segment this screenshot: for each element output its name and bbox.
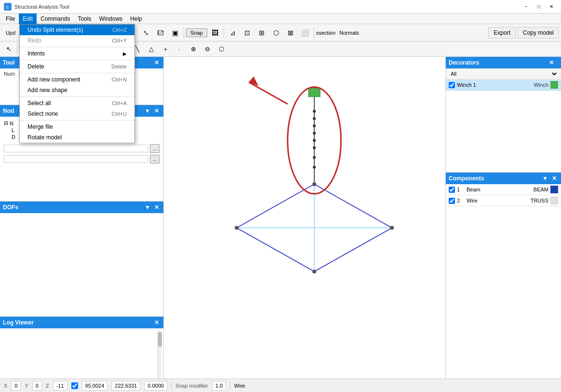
t2-chain-icon[interactable]: ⬡: [214, 43, 228, 55]
dropdown-undo[interactable]: Undo Split element(s) Ctrl+Z: [20, 25, 134, 35]
decorator-item-checkbox-winch1[interactable]: [449, 82, 455, 88]
status-snap-value: 1.0: [215, 383, 223, 389]
tree-label-d: D: [12, 134, 15, 140]
nodes-header-buttons: ▼ ✕: [143, 108, 160, 114]
menu-edit[interactable]: Edit: [19, 14, 37, 24]
t2-plus-icon[interactable]: ＋: [159, 43, 172, 55]
decorators-close-btn[interactable]: ✕: [548, 59, 555, 66]
dropdown-merge-file[interactable]: Merge file: [20, 122, 134, 132]
tools-panel-title: Tool: [3, 59, 14, 66]
toolbar-side-icon[interactable]: ⊡: [240, 26, 254, 40]
svg-point-24: [312, 270, 316, 273]
nodes-dropdown-btn[interactable]: ▼: [143, 108, 152, 114]
nodes-close-btn[interactable]: ✕: [153, 108, 160, 114]
dofs-dropdown-btn[interactable]: ▼: [143, 204, 152, 211]
components-dropdown-btn[interactable]: ▼: [541, 175, 549, 182]
dropdown-undo-shortcut: Ctrl+Z: [112, 27, 127, 33]
export-button[interactable]: Export: [488, 27, 516, 39]
dropdown-select-all[interactable]: Select all Ctrl+A: [20, 98, 134, 108]
components-close-btn[interactable]: ✕: [550, 175, 558, 182]
t2-cursor-btn[interactable]: ↖: [2, 43, 15, 55]
component-item-name-beam: Beam: [467, 187, 532, 192]
component-item-checkbox-beam[interactable]: [449, 187, 455, 193]
tree-label-l: L: [12, 127, 14, 133]
tools-num-label: Num: [2, 70, 17, 78]
menu-commands[interactable]: Commands: [37, 14, 74, 24]
menu-file[interactable]: File: [2, 14, 19, 24]
t2-dot2-icon[interactable]: ·: [173, 43, 186, 55]
toolbar-persp-icon[interactable]: ⊠: [284, 26, 297, 40]
tools-close-btn[interactable]: ✕: [153, 59, 160, 66]
nodes-row-btn-1[interactable]: …: [150, 144, 160, 153]
decorator-item-winch1: Winch 1 Winch: [446, 80, 561, 91]
svg-rect-2: [164, 63, 445, 388]
toolbar-sep-3: [224, 27, 224, 39]
toolbar-iso-icon[interactable]: ⬡: [269, 26, 283, 40]
t2-tri-icon[interactable]: △: [145, 43, 158, 55]
component-item-name-wire: Wire: [467, 198, 529, 203]
status-y-label: Y: [25, 383, 28, 389]
toolbar-sep-4: [314, 27, 314, 39]
toolbar-graph-icon[interactable]: 🗠: [154, 26, 167, 40]
dropdown-rotate-model[interactable]: Rotate model: [20, 132, 134, 143]
menu-help[interactable]: Help: [126, 14, 146, 24]
right-panel: Decorators ✕ All Winch 1 Winch Component…: [445, 57, 561, 392]
dropdown-sep-4: [20, 96, 134, 97]
decorators-title: Decorators: [449, 59, 479, 66]
status-checkbox[interactable]: [71, 382, 78, 389]
log-header-buttons: ✕: [153, 319, 160, 326]
dropdown-redo-shortcut: Ctrl+Y: [112, 38, 127, 43]
status-sep-1: [171, 382, 172, 390]
dropdown-intents-label: Intents: [27, 50, 45, 57]
nodes-sub-panel: … …: [2, 141, 161, 166]
dropdown-delete[interactable]: Delete Delete: [20, 61, 134, 72]
dropdown-sep-2: [20, 60, 134, 60]
canvas-area[interactable]: [164, 57, 445, 392]
log-panel-header: Log Viewer ✕: [0, 317, 163, 328]
toolbar-photo-icon[interactable]: 🖼: [208, 26, 222, 40]
dropdown-select-none-label: Select none: [27, 110, 58, 117]
status-y-field: 0: [32, 381, 42, 391]
nodes-input-2[interactable]: [4, 155, 148, 163]
menu-tools[interactable]: Tools: [74, 14, 95, 24]
toolbar-top-icon[interactable]: ⊞: [255, 26, 268, 40]
component-item-checkbox-wire[interactable]: [449, 198, 455, 204]
tools-header-buttons: ✕: [153, 59, 160, 66]
nodes-input-1[interactable]: [4, 145, 148, 152]
toolbar-sq-icon[interactable]: ▣: [168, 26, 182, 40]
toolbar-update[interactable]: Upd: [2, 26, 19, 40]
decorator-filter-select[interactable]: All: [449, 70, 558, 77]
component-item-type-beam: BEAM: [534, 187, 548, 192]
t2-merge-icon[interactable]: ⊕: [187, 43, 200, 55]
nodes-row-btn-2[interactable]: …: [150, 155, 160, 163]
minimize-button[interactable]: −: [521, 2, 532, 11]
toolbar-move-icon[interactable]: ⤡: [139, 26, 153, 40]
log-scroll-thumb[interactable]: [158, 332, 162, 347]
menu-windows[interactable]: Windows: [95, 14, 126, 24]
toolbar-3d-icon[interactable]: ⊿: [226, 26, 240, 40]
t2-split-icon[interactable]: ⊖: [200, 43, 214, 55]
close-button[interactable]: ✕: [546, 2, 557, 11]
dropdown-sep-3: [20, 73, 134, 73]
toolbar-fit-icon[interactable]: ⬜: [298, 26, 312, 40]
t2-sep-1: [17, 44, 17, 54]
maximize-button[interactable]: □: [533, 2, 545, 11]
canvas-svg[interactable]: [164, 57, 445, 392]
copy-model-button[interactable]: Copy model: [518, 27, 559, 39]
dropdown-add-component[interactable]: Add new component Ctrl+N: [20, 74, 134, 85]
tree-expand-n[interactable]: ⊟: [4, 120, 8, 126]
dropdown-add-component-label: Add new component: [27, 76, 80, 83]
snap-button[interactable]: Snap: [186, 28, 207, 37]
dofs-panel-title: DOFs: [3, 204, 18, 211]
dropdown-add-shape[interactable]: Add new shape: [20, 85, 134, 95]
dofs-close-btn[interactable]: ✕: [153, 204, 160, 211]
dropdown-sep-1: [20, 47, 134, 47]
dropdown-intents[interactable]: Intents ▶: [20, 48, 134, 59]
log-close-btn[interactable]: ✕: [153, 319, 160, 326]
component-item-wire: 2 Wire TRUSS: [446, 195, 561, 206]
dropdown-select-all-label: Select all: [27, 100, 51, 107]
menu-bar: File Edit Commands Tools Windows Help: [0, 14, 561, 24]
svg-rect-25: [308, 88, 320, 97]
dropdown-select-none[interactable]: Select none Ctrl+U: [20, 108, 134, 119]
status-x-field: 0: [11, 381, 21, 391]
